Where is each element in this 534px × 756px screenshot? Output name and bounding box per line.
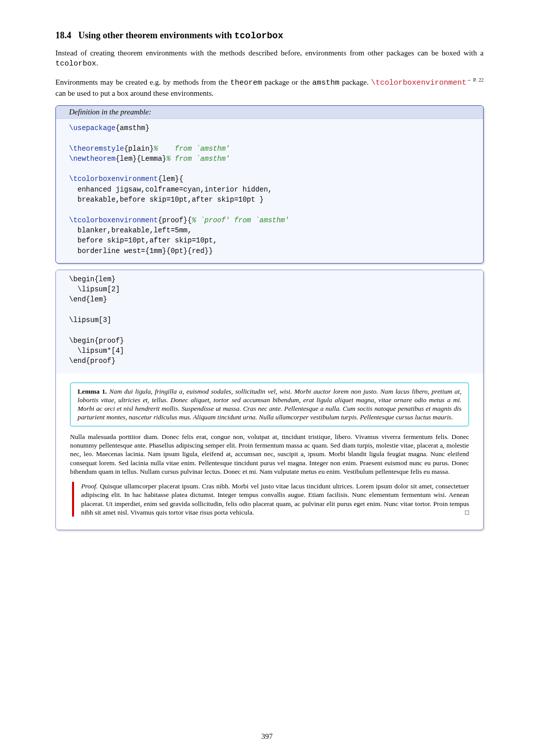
example-output: Lemma 1. Nam dui ligula, fringilla a, eu… — [56, 373, 483, 530]
code-text: {lem}{Lemma} — [115, 155, 166, 163]
text: can be used to put a box around these en… — [55, 89, 214, 97]
text: package. — [340, 78, 371, 86]
lemma-head: Lemma 1. — [78, 388, 107, 395]
text: . — [96, 59, 98, 67]
code-text: {proof}{ — [158, 216, 191, 224]
code-text: {lem}{ — [158, 175, 183, 183]
code-cs: \lipsum* — [69, 347, 111, 355]
listing-title: Definition in the preamble: — [56, 106, 483, 119]
code-cs: \end — [69, 357, 86, 365]
inline-code: theorem — [230, 79, 262, 87]
inline-code: amsthm — [312, 79, 340, 87]
proof-box: Proof. Quisque ullamcorper placerat ipsu… — [72, 482, 469, 517]
section-heading: 18.4Using other theorem environments wit… — [55, 30, 484, 41]
intro-para-1: Instead of creating theorem environments… — [55, 48, 484, 70]
code-cs: \theoremstyle — [69, 145, 124, 153]
code-text: {lem} — [94, 275, 115, 283]
code-text: {lem} — [86, 295, 107, 303]
lemma-box: Lemma 1. Nam dui ligula, fringilla a, eu… — [70, 383, 469, 426]
code-text: borderline west={1mm}{0pt}{red}} — [69, 247, 213, 255]
code-cs: \begin — [69, 337, 94, 345]
inline-code: tcolorbox — [55, 59, 96, 68]
section-number: 18.4 — [55, 30, 72, 40]
section-title-text: Using other theorem environments with — [79, 30, 235, 40]
code-cs: \lipsum — [69, 316, 99, 324]
code-comment: % from `amsthm' — [166, 155, 230, 163]
page-ref[interactable]: → P. 22 — [466, 77, 484, 83]
code-text: before skip=10pt,after skip=10pt, — [69, 236, 217, 244]
preamble-listing: Definition in the preamble: \usepackage{… — [55, 105, 484, 264]
command-ref[interactable]: \tcolorboxenvironment — [371, 79, 466, 87]
proof-head: Proof. — [81, 482, 98, 490]
code-text: [4] — [111, 347, 124, 355]
intro-para-2: Environments may be created e.g. by meth… — [55, 77, 484, 99]
code-text: {amsthm} — [115, 124, 149, 132]
code-text: {proof} — [94, 337, 124, 345]
code-cs: \tcolorboxenvironment — [69, 175, 158, 183]
code-comment: % from `amsthm' — [154, 145, 230, 153]
section-title-tt: tcolorbox — [234, 31, 283, 41]
code-cs: \end — [69, 295, 86, 303]
code-cs: \lipsum — [69, 285, 107, 293]
code-text: {proof} — [86, 357, 116, 365]
listing-body: \usepackage{amsthm} \theoremstyle{plain}… — [56, 119, 483, 263]
code-cs: \usepackage — [69, 124, 115, 132]
page-number: 397 — [0, 732, 534, 741]
proof-body: Quisque ullamcorper placerat ipsum. Cras… — [81, 482, 469, 516]
code-text: [3] — [99, 316, 111, 324]
page: 18.4Using other theorem environments wit… — [0, 0, 534, 756]
code-comment: % `proof' from `amsthm' — [192, 216, 289, 224]
code-text: {plain} — [124, 145, 154, 153]
output-paragraph: Nulla malesuada porttitor diam. Donec fe… — [70, 432, 469, 476]
text: Instead of creating theorem environments… — [55, 49, 484, 57]
example-code: \begin{lem} \lipsum[2] \end{lem} \lipsum… — [56, 270, 483, 373]
code-text: enhanced jigsaw,colframe=cyan,interior h… — [69, 185, 272, 194]
code-text: breakable,before skip=10pt,after skip=10… — [69, 196, 263, 204]
code-cs: \begin — [69, 275, 94, 283]
text: package or the — [262, 78, 312, 86]
example-box: \begin{lem} \lipsum[2] \end{lem} \lipsum… — [55, 270, 484, 530]
code-text: blanker,breakable,left=5mm, — [69, 226, 192, 234]
code-cs: \newtheorem — [69, 155, 115, 163]
code-cs: \tcolorboxenvironment — [69, 216, 158, 224]
qed-icon: □ — [465, 508, 469, 517]
text: Environments may be created e.g. by meth… — [55, 78, 230, 86]
lemma-body: Nam dui ligula, fringilla a, euismod sod… — [78, 388, 461, 421]
code-text: [2] — [107, 285, 120, 293]
